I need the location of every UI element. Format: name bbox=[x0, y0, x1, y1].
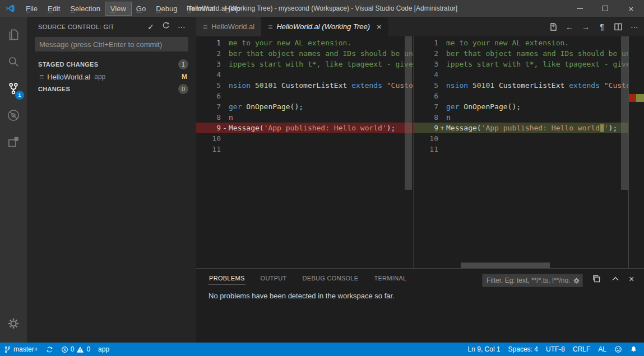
eol-status[interactable]: CRLF bbox=[569, 343, 594, 356]
tab-helloworld[interactable]: ≡ HelloWorld.al bbox=[196, 17, 261, 36]
search-icon bbox=[6, 54, 21, 69]
menu-item-edit[interactable]: Edit bbox=[43, 2, 65, 15]
problems-status[interactable]: 0 0 bbox=[57, 343, 94, 356]
filter-options-icon[interactable] bbox=[573, 277, 580, 287]
more-actions-button[interactable]: ⋯ bbox=[174, 22, 189, 31]
previous-change-button[interactable]: ← bbox=[563, 22, 576, 31]
close-tab-button[interactable]: × bbox=[377, 22, 382, 31]
source-control-button[interactable]: 1 bbox=[0, 75, 27, 102]
settings-button[interactable] bbox=[0, 310, 27, 337]
open-file-icon bbox=[549, 22, 558, 31]
more-icon: ⋯ bbox=[631, 22, 638, 31]
close-window-button[interactable]: × bbox=[618, 0, 644, 17]
cursor-position-status[interactable]: Ln 9, Col 1 bbox=[464, 343, 504, 356]
editor-area: ≡ HelloWorld.al ≡ HelloWorld.al (Working… bbox=[196, 17, 644, 343]
warning-count: 0 bbox=[86, 345, 90, 353]
menu-item-view[interactable]: View bbox=[105, 2, 131, 15]
copy-button[interactable] bbox=[592, 274, 601, 285]
menu-item-file[interactable]: File bbox=[21, 2, 43, 15]
error-count: 0 bbox=[71, 345, 75, 353]
staged-count-badge: 1 bbox=[178, 59, 188, 69]
code-line: 1me to your new AL extension. bbox=[196, 38, 413, 48]
staged-changes-section[interactable]: STAGED CHANGES 1 bbox=[27, 58, 196, 71]
language-mode-status[interactable]: AL bbox=[594, 343, 610, 356]
maximize-button[interactable] bbox=[592, 0, 618, 17]
split-editor-icon bbox=[614, 22, 623, 31]
code-line: 6 bbox=[196, 91, 413, 101]
tab-helloworld-working-tree[interactable]: ≡ HelloWorld.al (Working Tree) × bbox=[261, 17, 388, 36]
sync-button[interactable] bbox=[42, 343, 57, 356]
panel-tab-debug-console[interactable]: DEBUG CONSOLE bbox=[302, 273, 359, 284]
changes-count-badge: 0 bbox=[178, 84, 188, 94]
menu-item-help[interactable]: Help bbox=[220, 2, 245, 15]
close-icon: × bbox=[629, 4, 634, 13]
status-bar: master+ 0 0 app Ln 9, Col 1 bbox=[0, 343, 644, 356]
problems-message: No problems have been detected in the wo… bbox=[209, 292, 395, 300]
more-actions-button[interactable]: ⋯ bbox=[628, 22, 641, 31]
toggle-whitespace-button[interactable]: ¶ bbox=[596, 22, 608, 31]
horizontal-scrollbar[interactable] bbox=[461, 263, 550, 268]
launch-config-status[interactable]: app bbox=[94, 343, 113, 356]
editor-actions: ← → ¶ ⋯ bbox=[547, 17, 641, 36]
tab-label: HelloWorld.al (Working Tree) bbox=[276, 22, 370, 31]
debug-button[interactable] bbox=[0, 102, 27, 129]
code-line: 11 bbox=[196, 144, 413, 154]
tab-label: HelloWorld.al bbox=[211, 22, 254, 31]
explorer-button[interactable] bbox=[0, 21, 27, 48]
panel-tab-output[interactable]: OUTPUT bbox=[260, 273, 288, 284]
notifications-button[interactable] bbox=[626, 343, 644, 356]
diff-modified-pane[interactable]: 1me to your new AL extension.2ber that o… bbox=[413, 36, 644, 268]
open-file-button[interactable] bbox=[547, 22, 559, 31]
refresh-button[interactable] bbox=[158, 22, 174, 31]
menu-item-go[interactable]: Go bbox=[131, 2, 151, 15]
next-change-button[interactable]: → bbox=[580, 22, 592, 31]
diff-editor[interactable]: 1me to your new AL extension.2ber that o… bbox=[196, 36, 644, 268]
git-branch-status[interactable]: master+ bbox=[0, 343, 42, 356]
minimize-icon bbox=[577, 8, 583, 9]
commit-message-input[interactable] bbox=[35, 37, 188, 51]
diff-original-pane[interactable]: 1me to your new AL extension.2ber that o… bbox=[196, 36, 413, 268]
debug-no-bug-icon bbox=[6, 108, 21, 123]
menu-item-debug[interactable]: Debug bbox=[151, 2, 182, 15]
maximize-panel-button[interactable] bbox=[611, 274, 620, 285]
code-line: 2ber that object names and IDs should be… bbox=[196, 48, 413, 59]
sidebar-title: SOURCE CONTROL: GIT bbox=[38, 24, 143, 30]
ruler-added-mark bbox=[636, 94, 644, 102]
staged-file-folder: app bbox=[94, 73, 182, 81]
minimize-button[interactable] bbox=[567, 0, 592, 17]
close-panel-button[interactable]: × bbox=[629, 274, 634, 284]
encoding-status[interactable]: UTF-8 bbox=[542, 343, 569, 356]
git-branch-icon bbox=[4, 346, 11, 353]
warning-icon bbox=[76, 346, 84, 353]
file-icon: ≡ bbox=[39, 72, 44, 81]
changes-section[interactable]: CHANGES 0 bbox=[27, 83, 196, 95]
right-vertical-scrollbar[interactable] bbox=[621, 36, 628, 190]
search-button[interactable] bbox=[0, 48, 27, 75]
panel-tab-problems[interactable]: PROBLEMS bbox=[209, 273, 245, 284]
menu-item-terminal[interactable]: Terminal bbox=[182, 2, 220, 15]
code-line: 7ger OnOpenPage(); bbox=[196, 101, 413, 112]
problems-filter-input[interactable] bbox=[482, 274, 583, 287]
files-icon bbox=[6, 27, 21, 42]
panel-tab-terminal[interactable]: TERMINAL bbox=[373, 273, 407, 284]
code-line: 10 bbox=[414, 133, 628, 144]
staged-file-row[interactable]: ≡ HelloWorld.al app M bbox=[27, 71, 196, 83]
commit-button[interactable]: ✓ bbox=[143, 22, 158, 31]
split-editor-button[interactable] bbox=[612, 22, 624, 31]
refresh-icon bbox=[162, 22, 170, 30]
menu-item-selection[interactable]: Selection bbox=[65, 2, 105, 15]
left-vertical-scrollbar[interactable] bbox=[405, 36, 412, 190]
code-line: 9+Message('App published: Hello world!')… bbox=[414, 123, 628, 133]
arrow-left-icon: ← bbox=[566, 22, 573, 31]
vscode-logo-icon bbox=[5, 3, 15, 13]
panel-tab-bar: PROBLEMSOUTPUTDEBUG CONSOLETERMINAL bbox=[209, 269, 407, 288]
code-line: 7ger OnOpenPage(); bbox=[414, 101, 628, 112]
code-line: 5nsion 50101 CustomerListExt extends "Cu… bbox=[196, 80, 413, 91]
extensions-icon bbox=[6, 135, 21, 149]
extensions-button[interactable] bbox=[0, 129, 27, 156]
source-control-sidebar: SOURCE CONTROL: GIT ✓ ⋯ STAGED CHANGES 1… bbox=[27, 17, 196, 343]
indentation-status[interactable]: Spaces: 4 bbox=[504, 343, 542, 356]
feedback-button[interactable] bbox=[610, 343, 626, 356]
scm-count-badge: 1 bbox=[15, 91, 24, 100]
code-line: 1me to your new AL extension. bbox=[414, 38, 628, 48]
